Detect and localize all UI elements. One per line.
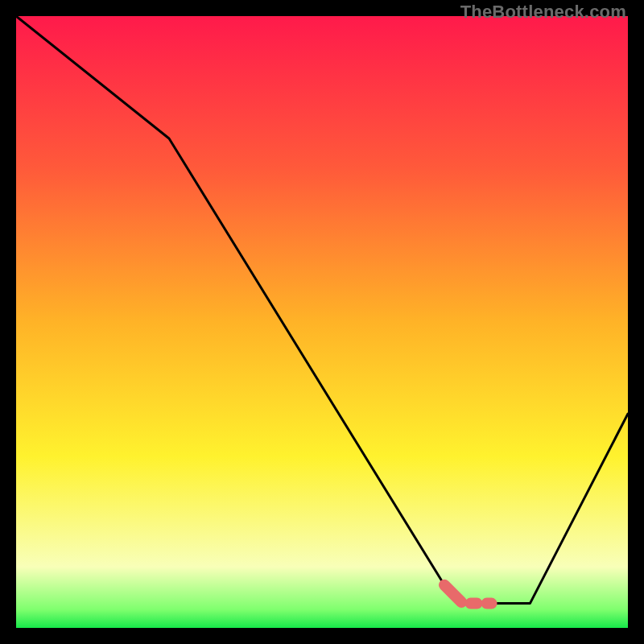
chart-svg [16,16,628,628]
chart-frame [16,16,628,628]
watermark-text: TheBottleneck.com [460,2,626,23]
chart-background [16,16,628,628]
